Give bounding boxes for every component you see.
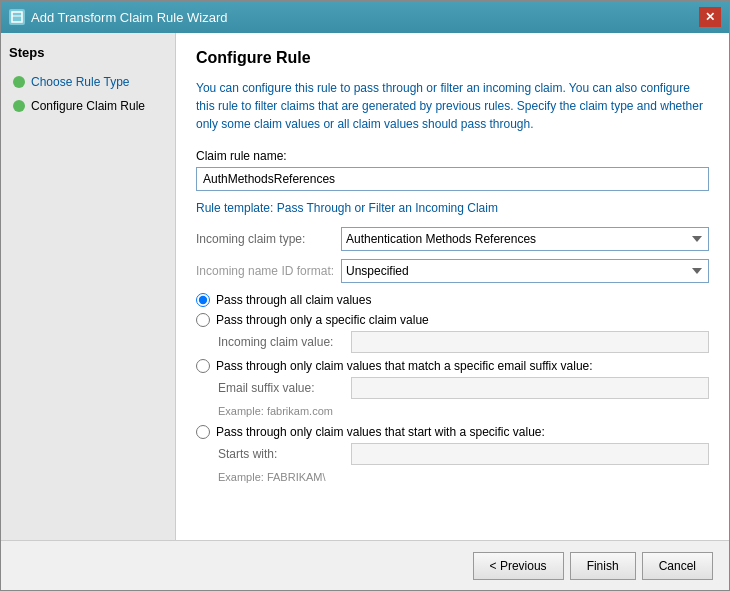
incoming-claim-type-label: Incoming claim type: — [196, 232, 341, 246]
main-window: Add Transform Claim Rule Wizard ✕ Steps … — [0, 0, 730, 591]
sidebar-item-label-1: Choose Rule Type — [31, 75, 130, 89]
radio-label-pass-specific[interactable]: Pass through only a specific claim value — [196, 313, 709, 327]
radio-group-pass-specific: Pass through only a specific claim value… — [196, 313, 709, 353]
sub-field-starts-with: Starts with: — [218, 443, 709, 465]
radio-label-pass-starts-with[interactable]: Pass through only claim values that star… — [196, 425, 709, 439]
page-title: Configure Rule — [196, 49, 709, 67]
previous-button[interactable]: < Previous — [473, 552, 564, 580]
finish-button[interactable]: Finish — [570, 552, 636, 580]
main-content: Configure Rule You can configure this ru… — [176, 33, 729, 540]
title-bar-left: Add Transform Claim Rule Wizard — [9, 9, 228, 25]
close-button[interactable]: ✕ — [699, 7, 721, 27]
starts-with-input[interactable] — [351, 443, 709, 465]
radio-group-pass-email-suffix: Pass through only claim values that matc… — [196, 359, 709, 417]
radio-pass-specific[interactable] — [196, 313, 210, 327]
radio-label-pass-all[interactable]: Pass through all claim values — [196, 293, 709, 307]
step-dot-1 — [13, 76, 25, 88]
radio-pass-starts-with[interactable] — [196, 425, 210, 439]
claim-rule-name-input[interactable] — [196, 167, 709, 191]
description-text: You can configure this rule to pass thro… — [196, 79, 709, 133]
radio-group-pass-all: Pass through all claim values — [196, 293, 709, 307]
radio-pass-email-suffix[interactable] — [196, 359, 210, 373]
sub-field-incoming-claim-value: Incoming claim value: — [218, 331, 709, 353]
radio-pass-starts-with-label: Pass through only claim values that star… — [216, 425, 545, 439]
content-area: Steps Choose Rule Type Configure Claim R… — [1, 33, 729, 540]
svg-rect-0 — [12, 12, 22, 22]
sidebar: Steps Choose Rule Type Configure Claim R… — [1, 33, 176, 540]
incoming-claim-value-input[interactable] — [351, 331, 709, 353]
example-email-suffix: Example: fabrikam.com — [218, 405, 709, 417]
sub-label-incoming-claim-value: Incoming claim value: — [218, 335, 343, 349]
incoming-claim-type-row: Incoming claim type: Authentication Meth… — [196, 227, 709, 251]
radio-options-group: Pass through all claim values Pass throu… — [196, 293, 709, 483]
cancel-button[interactable]: Cancel — [642, 552, 713, 580]
radio-group-pass-starts-with: Pass through only claim values that star… — [196, 425, 709, 483]
step-dot-2 — [13, 100, 25, 112]
radio-pass-all[interactable] — [196, 293, 210, 307]
sub-label-starts-with: Starts with: — [218, 447, 343, 461]
incoming-claim-type-select[interactable]: Authentication Methods References — [341, 227, 709, 251]
rule-template-label: Rule template: — [196, 201, 273, 215]
radio-pass-email-suffix-label: Pass through only claim values that matc… — [216, 359, 593, 373]
sidebar-item-label-2: Configure Claim Rule — [31, 99, 145, 113]
title-bar: Add Transform Claim Rule Wizard ✕ — [1, 1, 729, 33]
claim-rule-name-group: Claim rule name: — [196, 149, 709, 191]
sub-field-email-suffix: Email suffix value: — [218, 377, 709, 399]
email-suffix-input[interactable] — [351, 377, 709, 399]
footer: < Previous Finish Cancel — [1, 540, 729, 590]
incoming-name-id-label: Incoming name ID format: — [196, 264, 341, 278]
incoming-name-id-select[interactable]: Unspecified — [341, 259, 709, 283]
incoming-name-id-row: Incoming name ID format: Unspecified — [196, 259, 709, 283]
sidebar-item-choose-rule-type[interactable]: Choose Rule Type — [9, 72, 167, 92]
app-icon — [9, 9, 25, 25]
radio-label-pass-email-suffix[interactable]: Pass through only claim values that matc… — [196, 359, 709, 373]
claim-rule-name-label: Claim rule name: — [196, 149, 709, 163]
sub-label-email-suffix: Email suffix value: — [218, 381, 343, 395]
sidebar-title: Steps — [9, 45, 167, 60]
sidebar-item-configure-claim-rule[interactable]: Configure Claim Rule — [9, 96, 167, 116]
radio-pass-specific-label: Pass through only a specific claim value — [216, 313, 429, 327]
window-title: Add Transform Claim Rule Wizard — [31, 10, 228, 25]
rule-template-value: Pass Through or Filter an Incoming Claim — [277, 201, 498, 215]
radio-pass-all-label: Pass through all claim values — [216, 293, 371, 307]
example-starts-with: Example: FABRIKAM\ — [218, 471, 709, 483]
rule-template-row: Rule template: Pass Through or Filter an… — [196, 201, 709, 215]
